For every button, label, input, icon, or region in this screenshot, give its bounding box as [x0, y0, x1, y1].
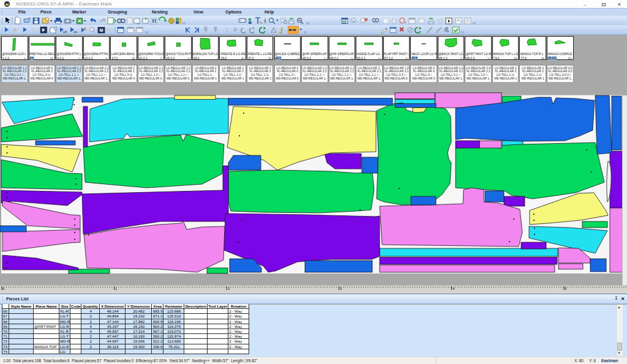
svg-text:M: M	[100, 28, 103, 32]
svg-text:ob: ob	[63, 30, 67, 34]
svg-text:oo: oo	[73, 30, 78, 34]
